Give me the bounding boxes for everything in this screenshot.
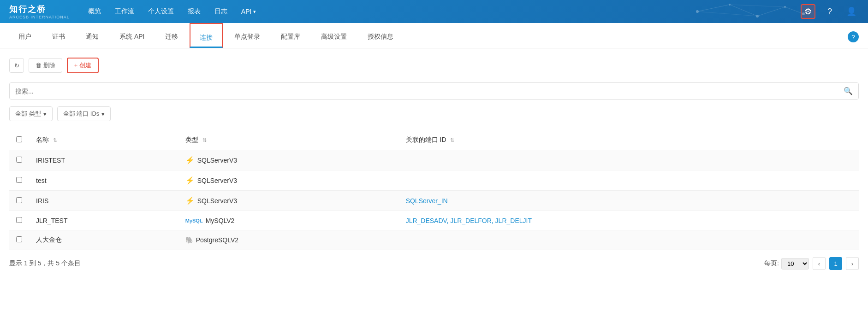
tab-license[interactable]: 授权信息 — [358, 23, 403, 48]
tab-connect[interactable]: 连接 — [190, 23, 223, 48]
chevron-down-icon: ▾ — [101, 111, 105, 117]
cell-linked-port — [399, 170, 859, 191]
help-button[interactable]: ? — [822, 4, 837, 19]
next-page-button[interactable]: › — [846, 257, 859, 270]
per-page-select[interactable]: 10 20 50 100 — [781, 258, 809, 270]
type-filter-label: 全部 类型 — [15, 110, 41, 118]
summary-text: 显示 1 到 5，共 5 个条目 — [9, 259, 81, 268]
db-type-icon: ⚡ SQLServerV3 — [185, 156, 237, 164]
db-type-icon: ⚡ SQLServerV3 — [185, 196, 237, 205]
db-type-icon: MySQL MySQLV2 — [185, 217, 235, 224]
port-filter[interactable]: 全部 端口 IDs ▾ — [57, 106, 111, 121]
type-label: PostgreSQLV2 — [196, 236, 238, 244]
cell-type: 🐘 PostgreSQLV2 — [178, 230, 399, 250]
table-row: test ⚡ SQLServerV3 — [9, 170, 859, 191]
svg-line-6 — [730, 5, 757, 16]
db-type-icon: ⚡ SQLServerV3 — [185, 176, 237, 185]
search-button[interactable]: 🔍 — [838, 83, 858, 99]
cell-type: MySQL MySQLV2 — [178, 211, 399, 230]
table-row: 人大金仓 🐘 PostgreSQLV2 — [9, 230, 859, 250]
cell-type: ⚡ SQLServerV3 — [178, 170, 399, 191]
refresh-button[interactable]: ↻ — [9, 58, 24, 73]
nav-personal[interactable]: 个人设置 — [148, 7, 174, 16]
row-checkbox[interactable] — [16, 236, 22, 242]
select-all-checkbox[interactable] — [16, 136, 22, 142]
nav-workflow[interactable]: 工作流 — [115, 7, 134, 16]
type-label: SQLServerV3 — [197, 177, 237, 184]
network-decoration — [674, 0, 813, 23]
cell-name: JLR_TEST — [29, 211, 178, 230]
cell-name: test — [29, 170, 178, 191]
sql-icon: ⚡ — [185, 196, 195, 205]
sort-port-icon[interactable]: ⇅ — [450, 137, 454, 143]
top-navigation: 知行之桥 ARCESB INTERNATIONAL 概览 工作流 个人设置 报表… — [0, 0, 868, 23]
cell-type: ⚡ SQLServerV3 — [178, 191, 399, 211]
nav-api[interactable]: API ▾ — [241, 7, 256, 16]
svg-line-10 — [730, 5, 785, 7]
tab-configdb[interactable]: 配置库 — [272, 23, 309, 48]
nav-overview[interactable]: 概览 — [88, 7, 101, 16]
cell-linked-port: SQLServer_IN — [399, 191, 859, 211]
tab-cert[interactable]: 证书 — [43, 23, 74, 48]
cell-name: 人大金仓 — [29, 230, 178, 250]
nav-report[interactable]: 报表 — [188, 7, 201, 16]
row-checkbox[interactable] — [16, 177, 22, 183]
tab-advanced[interactable]: 高级设置 — [312, 23, 356, 48]
table-row: JLR_TEST MySQL MySQLV2 JLR_DESADV, JLR_D… — [9, 211, 859, 230]
cell-linked-port — [399, 230, 859, 250]
tab-migrate[interactable]: 迁移 — [156, 23, 187, 48]
filter-bar: 全部 类型 ▾ 全部 端口 IDs ▾ — [9, 106, 859, 121]
nav-log[interactable]: 日志 — [214, 7, 227, 16]
sub-nav-help[interactable]: ? — [848, 31, 859, 42]
svg-line-9 — [697, 12, 757, 16]
row-checkbox[interactable] — [16, 197, 22, 203]
per-page-label: 每页: — [764, 259, 779, 268]
type-label: SQLServerV3 — [197, 157, 237, 164]
svg-line-7 — [757, 7, 785, 16]
cell-linked-port: JLR_DESADV, JLR_DELFOR, JLR_DELJIT — [399, 211, 859, 230]
tab-notify[interactable]: 通知 — [77, 23, 108, 48]
cell-name: IRIS — [29, 191, 178, 211]
chevron-down-icon: ▾ — [43, 111, 47, 117]
port-filter-label: 全部 端口 IDs — [63, 110, 100, 118]
cell-type: ⚡ SQLServerV3 — [178, 150, 399, 170]
logo-sub: ARCESB INTERNATIONAL — [9, 15, 70, 19]
sub-nav-right: ? — [848, 31, 859, 48]
connections-table: 名称 ⇅ 类型 ⇅ 关联的端口 ID ⇅ IRISTEST — [9, 130, 859, 250]
user-button[interactable]: 👤 — [844, 4, 859, 19]
row-checkbox[interactable] — [16, 217, 22, 223]
svg-line-5 — [697, 5, 730, 12]
sort-name-icon[interactable]: ⇅ — [53, 137, 57, 143]
sub-navigation: 用户 证书 通知 系统 API 迁移 连接 单点登录 配置库 高级设置 授权信息… — [0, 23, 868, 48]
pagination: 每页: 10 20 50 100 ‹ 1 › — [764, 257, 859, 270]
search-input[interactable] — [10, 84, 838, 99]
main-content: ↻ 🗑 删除 + 创建 🔍 全部 类型 ▾ 全部 端口 IDs ▾ 名称 — [0, 48, 868, 334]
per-page: 每页: 10 20 50 100 — [764, 258, 809, 270]
type-label: SQLServerV3 — [197, 197, 237, 205]
row-checkbox[interactable] — [16, 157, 22, 163]
logo: 知行之桥 ARCESB INTERNATIONAL — [9, 4, 70, 19]
sql-icon: ⚡ — [185, 176, 195, 185]
tab-users[interactable]: 用户 — [9, 23, 41, 48]
table-row: IRIS ⚡ SQLServerV3 SQLServer_IN — [9, 191, 859, 211]
type-filter[interactable]: 全部 类型 ▾ — [9, 106, 53, 121]
create-button[interactable]: + 创建 — [67, 58, 99, 73]
search-bar: 🔍 — [9, 82, 859, 100]
cell-name: IRISTEST — [29, 150, 178, 170]
nav-api-label: API — [241, 8, 252, 15]
db-type-icon: 🐘 PostgreSQLV2 — [185, 236, 238, 244]
sql-icon: ⚡ — [185, 156, 195, 164]
tab-sysapi[interactable]: 系统 API — [110, 23, 154, 48]
page-1-button[interactable]: 1 — [829, 257, 842, 270]
col-name: 名称 ⇅ — [29, 130, 178, 150]
col-type: 类型 ⇅ — [178, 130, 399, 150]
tab-sso[interactable]: 单点登录 — [225, 23, 269, 48]
delete-button[interactable]: 🗑 删除 — [29, 58, 62, 73]
toolbar: ↻ 🗑 删除 + 创建 — [9, 58, 859, 73]
sort-type-icon[interactable]: ⇅ — [202, 137, 207, 143]
col-linked-port: 关联的端口 ID ⇅ — [399, 130, 859, 150]
type-label: MySQLV2 — [206, 217, 235, 224]
table-footer: 显示 1 到 5，共 5 个条目 每页: 10 20 50 100 ‹ 1 › — [9, 250, 859, 277]
pg-icon: 🐘 — [185, 236, 193, 244]
prev-page-button[interactable]: ‹ — [813, 257, 826, 270]
